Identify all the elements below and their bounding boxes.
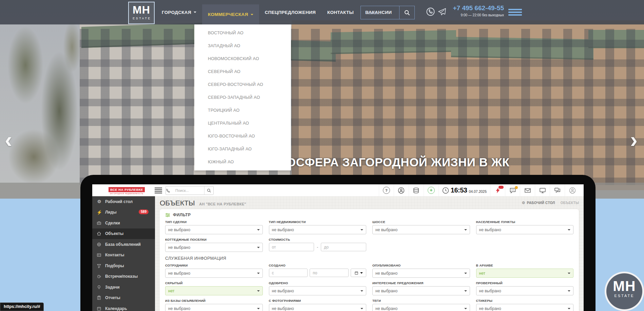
sidebar-item-ads-base[interactable]: База объявлений (92, 239, 155, 250)
nav-item-kontakty[interactable]: КОНТАКТЫ (321, 0, 359, 24)
price-to-input[interactable] (321, 243, 366, 251)
price-from-input[interactable] (269, 243, 314, 251)
menu-item-district[interactable]: СЕВЕРО-ЗАПАДНЫЙ АО (194, 91, 291, 104)
phone-number[interactable]: +7 495 662-49-55 (448, 4, 504, 12)
chat-button[interactable] (505, 184, 520, 196)
cottage-villages-select[interactable]: не выбрано (165, 243, 263, 252)
caret-down-icon (257, 290, 260, 292)
menu-item-district[interactable]: ЦЕНТРАЛЬНЫЙ АО (194, 117, 291, 130)
sidebar-item-dashboard[interactable]: Рабочий стол (92, 196, 155, 207)
sidebar-item-objects[interactable]: Объекты (92, 228, 155, 239)
help-button[interactable] (379, 184, 394, 196)
menu-item-district[interactable]: ТРОИЦКИЙ АО (194, 104, 291, 117)
sms-notifications-button[interactable] (490, 184, 505, 196)
add-button[interactable] (424, 184, 438, 196)
breadcrumb-dashboard[interactable]: РАБОЧИЙ СТОЛ (522, 201, 555, 205)
created-to-input[interactable] (310, 269, 349, 277)
mail-button[interactable] (520, 184, 535, 196)
breadcrumb-objects: ОБЪЕКТЫ (561, 201, 579, 205)
menu-item-district[interactable]: ЮГО-ЗАПАДНЫЙ АО (194, 143, 291, 156)
filter-row-3: СОТРУДНИКИ не выбрано СОЗДАНО (165, 263, 573, 278)
search-icon (404, 10, 410, 16)
sidebar-item-contacts[interactable]: Контакты (92, 250, 155, 261)
settlements-select[interactable]: не выбрано (476, 225, 574, 234)
home-icon (97, 231, 102, 236)
crm-logo[interactable]: ВСЕ НА РУБЛЕВКЕ ЗАГОРОДНАЯ НЕДВИЖИМОСТЬ (109, 186, 145, 195)
gear-icon (522, 201, 525, 205)
sidebar-item-leads[interactable]: Лиды 589 (92, 207, 155, 218)
menu-item-district[interactable]: СЕВЕРНЫЙ АО (194, 65, 291, 78)
employees-select[interactable]: не выбрано (165, 269, 263, 278)
price-dash: - (317, 245, 318, 250)
filter-field-highway: ШОССЕ не выбрано (372, 220, 470, 234)
highway-select[interactable]: не выбрано (372, 225, 470, 234)
created-calendar-select[interactable] (351, 269, 366, 277)
caret-down-icon (464, 290, 467, 292)
filter-field-settlements: НАСЕЛЕННЫЕ ПУНКТЫ не выбрано (476, 220, 574, 234)
menu-item-district[interactable]: СЕВЕРО-ВОСТОЧНЫЙ АО (194, 78, 291, 91)
menu-item-district[interactable]: ВОСТОЧНЫЙ АО (194, 26, 291, 39)
deal-type-select[interactable]: не выбрано (165, 225, 263, 234)
carousel-next-icon[interactable]: › (630, 133, 638, 147)
filter-field-deal-type: ТИП СДЕЛКИ не выбрано (165, 220, 263, 234)
hamburger-menu-icon[interactable] (508, 9, 522, 17)
forum-button[interactable] (550, 184, 565, 196)
site-logo[interactable]: MH ESTATE (128, 2, 155, 24)
sidebar-item-deals[interactable]: Сделки (92, 218, 155, 228)
crm-search-input[interactable] (175, 188, 204, 193)
search-icon (207, 188, 211, 193)
sidebar-item-reports[interactable]: Отчеты (92, 293, 155, 304)
nav-item-gorodskaya[interactable]: ГОРОДСКАЯ (156, 0, 202, 24)
carousel-prev-icon[interactable]: ‹ (5, 133, 12, 147)
chevron-down-icon (194, 12, 196, 13)
site-logo-top: MH (129, 3, 154, 17)
filter-field-cottage-villages: КОТТЕДЖНЫЕ ПОСЕЛКИ не выбрано (165, 238, 263, 252)
search-button[interactable] (399, 6, 414, 19)
caret-down-icon (464, 273, 467, 274)
caret-down-icon (568, 308, 570, 309)
nav-item-kommercheskaya[interactable]: КОММЕРЧЕСКАЯ (202, 4, 259, 24)
whatsapp-icon[interactable] (426, 7, 435, 16)
crm-search-button[interactable] (204, 186, 213, 195)
profile-button[interactable] (394, 184, 409, 196)
created-from-input[interactable] (269, 269, 308, 277)
sidebar-item-tasks[interactable]: Задачи (92, 282, 155, 293)
caret-down-icon (464, 229, 467, 231)
property-type-select[interactable]: не выбрано (269, 225, 367, 234)
from-ads-db-select[interactable]: не выбрано (165, 304, 263, 311)
crm-time: 16:53 (451, 186, 467, 194)
crm-topbar: ВСЕ НА РУБЛЕВКЕ ЗАГОРОДНАЯ НЕДВИЖИМОСТЬ (92, 184, 584, 197)
with-photos-select[interactable]: не выбрано (269, 304, 367, 311)
monitor-button[interactable] (535, 184, 550, 196)
site-logo-bottom: ESTATE (130, 17, 154, 20)
menu-item-district[interactable]: ЮГО-ВОСТОЧНЫЙ АО (194, 130, 291, 143)
telegram-icon[interactable] (437, 7, 447, 16)
filter-field-created: СОЗДАНО (269, 263, 367, 278)
filter-row-1: ТИП СДЕЛКИ не выбрано ТИП НЕДВИЖИМОСТИ н… (165, 220, 573, 234)
hidden-select[interactable]: нет (165, 286, 263, 295)
filter-field-hidden: СКРЫТЫЙ нет (165, 281, 263, 295)
filter-field-stickers: СТИКЕРЫ не выбрано (476, 299, 574, 311)
interesting-select[interactable]: не выбрано (372, 286, 470, 295)
menu-item-district[interactable]: ЮЖНЫЙ АО (194, 156, 291, 168)
filter-row-2: КОТТЕДЖНЫЕ ПОСЕЛКИ не выбрано СТОИМОСТЬ … (165, 238, 573, 252)
sidebar-item-selections[interactable]: Подборы (92, 260, 155, 271)
filter-toggle[interactable]: ФИЛЬТР (165, 213, 573, 217)
verified-select[interactable]: не выбрано (476, 286, 574, 295)
database-button[interactable] (409, 184, 424, 196)
approved-select[interactable]: не выбрано (269, 286, 367, 295)
stickers-select[interactable]: не выбрано (476, 304, 574, 311)
menu-item-district[interactable]: НОВОМОСКОВСКИЙ АО (194, 52, 291, 65)
screenshot-root: ОСФЕРА ЗАГОРОДНОЙ ЖИЗНИ В ЖК ‹ › MH ESTA… (0, 0, 644, 311)
published-select[interactable]: не выбрано (372, 269, 470, 278)
coffee-cup-icon (97, 274, 102, 279)
list-view-icon[interactable] (155, 187, 162, 194)
tags-select[interactable]: не выбрано (372, 304, 470, 311)
nav-item-specpredlozheniya[interactable]: СПЕЦПРЕДЛОЖЕНИЯ (259, 0, 321, 24)
sidebar-item-meetings[interactable]: Встречи/показы (92, 271, 155, 282)
site-search-input[interactable] (361, 6, 399, 19)
menu-item-district[interactable]: ЗАПАДНЫЙ АО (194, 39, 291, 52)
sidebar-item-calendar[interactable]: Календарь (92, 303, 155, 311)
account-button[interactable] (565, 184, 580, 196)
archived-select[interactable]: нет (476, 269, 574, 278)
